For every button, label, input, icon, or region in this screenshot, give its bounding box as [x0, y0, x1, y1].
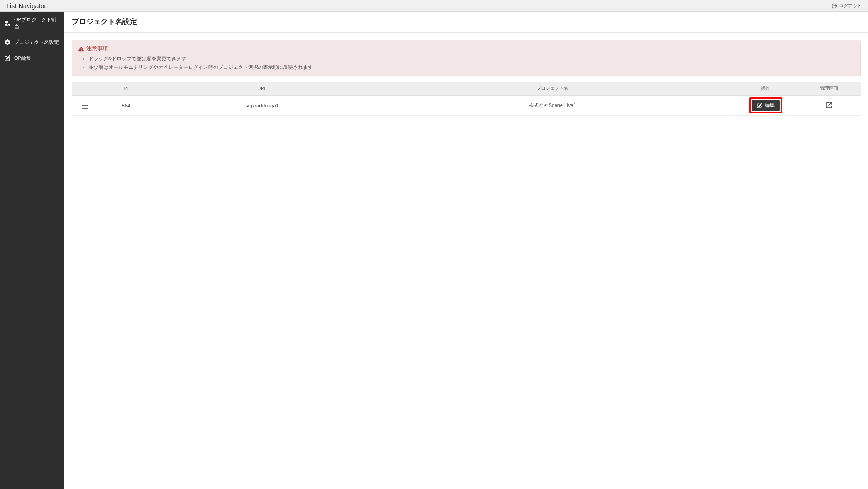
table-row: 884 supportdouga1 株式会社Scene Live1 編集 — [72, 96, 861, 116]
app-header: List Navigator. ログアウト — [0, 0, 868, 12]
edit-icon — [757, 103, 762, 108]
table-header-admin: 管理画面 — [797, 82, 861, 96]
notice-list: ドラッグ&ドロップで並び順を変更できます 並び順はオールモニタリングやオペレータ… — [78, 54, 854, 71]
edit-button-label: 編集 — [765, 102, 775, 109]
table-header-project-name: プロジェクト名 — [371, 82, 734, 96]
sidebar-item-project-name-settings[interactable]: プロジェクト名設定 — [0, 34, 64, 50]
cell-url: supportdouga1 — [153, 96, 371, 116]
cell-project-name: 株式会社Scene Live1 — [371, 96, 734, 116]
main-content: プロジェクト名設定 注意事項 ドラッグ&ドロップで並び順を変更できます 並び順は… — [64, 12, 868, 489]
external-link-icon — [826, 102, 832, 108]
edit-icon — [5, 55, 10, 61]
cell-id: 884 — [99, 96, 153, 116]
table-header-handle — [72, 82, 99, 96]
notice-title: 注意事項 — [78, 45, 854, 53]
notice-item: 並び順はオールモニタリングやオペレーターログイン時のプロジェクト選択の表示順に反… — [88, 63, 854, 72]
sidebar: OPプロジェクト割当 プロジェクト名設定 OP編集 — [0, 12, 64, 489]
table-header-row: id URL プロジェクト名 操作 管理画面 — [72, 82, 861, 96]
page-header: プロジェクト名設定 — [64, 12, 868, 33]
sidebar-item-label: OPプロジェクト割当 — [14, 16, 60, 30]
sidebar-item-label: OP編集 — [14, 55, 31, 62]
warning-icon — [78, 46, 84, 52]
edit-button[interactable]: 編集 — [752, 100, 780, 111]
admin-screen-link[interactable] — [826, 102, 832, 108]
project-table: id URL プロジェクト名 操作 管理画面 884 — [72, 82, 861, 116]
notice-box: 注意事項 ドラッグ&ドロップで並び順を変更できます 並び順はオールモニタリングや… — [72, 40, 861, 76]
logout-label: ログアウト — [839, 3, 862, 9]
logout-link[interactable]: ログアウト — [832, 3, 862, 9]
sidebar-item-label: プロジェクト名設定 — [14, 39, 59, 46]
table-header-url: URL — [153, 82, 371, 96]
table-header-action: 操作 — [734, 82, 797, 96]
logout-icon — [832, 3, 837, 9]
table-header-id: id — [99, 82, 153, 96]
user-gear-icon — [5, 20, 10, 26]
drag-handle-icon[interactable] — [81, 103, 90, 110]
notice-title-text: 注意事項 — [86, 45, 108, 53]
notice-item: ドラッグ&ドロップで並び順を変更できます — [88, 54, 854, 63]
page-title: プロジェクト名設定 — [72, 17, 861, 27]
app-title: List Navigator. — [6, 2, 48, 10]
sidebar-item-op-project-assign[interactable]: OPプロジェクト割当 — [0, 12, 64, 34]
sidebar-item-op-edit[interactable]: OP編集 — [0, 50, 64, 66]
gear-icon — [5, 39, 10, 45]
